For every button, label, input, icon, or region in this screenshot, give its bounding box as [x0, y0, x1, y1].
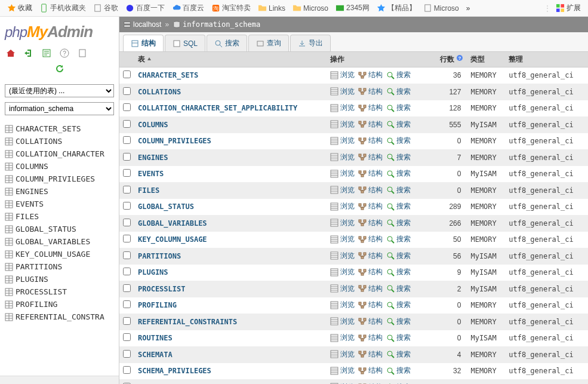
extensions-button[interactable]: 扩展	[553, 3, 583, 13]
browse-action[interactable]: 浏览	[330, 365, 355, 376]
table-name-link[interactable]: FILES	[138, 186, 159, 195]
row-checkbox[interactable]	[123, 153, 131, 161]
tab-query[interactable]: 查询	[248, 35, 289, 51]
tab-structure[interactable]: 结构	[123, 35, 164, 51]
structure-action[interactable]: 结构	[358, 251, 383, 261]
tree-table-item[interactable]: COLLATIONS	[0, 135, 119, 148]
search-action[interactable]: 搜索	[386, 168, 411, 179]
browse-action[interactable]: 浏览	[330, 267, 355, 277]
col-collation[interactable]: 整理	[505, 52, 588, 67]
structure-action[interactable]: 结构	[358, 300, 383, 310]
col-table[interactable]: 表	[134, 52, 327, 67]
browse-action[interactable]: 浏览	[330, 152, 355, 162]
search-action[interactable]: 搜索	[386, 365, 411, 376]
row-checkbox[interactable]	[123, 70, 131, 78]
row-checkbox[interactable]	[123, 186, 131, 193]
table-name-link[interactable]: GLOBAL_STATUS	[138, 202, 194, 211]
row-checkbox[interactable]	[123, 87, 131, 95]
col-rows[interactable]: 行数 ?	[432, 52, 467, 67]
browse-action[interactable]: 浏览	[330, 87, 355, 97]
structure-action[interactable]: 结构	[358, 87, 383, 97]
row-checkbox[interactable]	[123, 103, 131, 111]
browse-action[interactable]: 浏览	[330, 300, 355, 310]
table-name-link[interactable]: ENGINES	[138, 153, 168, 162]
search-action[interactable]: 搜索	[386, 103, 411, 113]
search-action[interactable]: 搜索	[386, 234, 411, 244]
structure-action[interactable]: 结构	[358, 103, 383, 113]
row-checkbox[interactable]	[123, 300, 131, 308]
browse-action[interactable]: 浏览	[330, 234, 355, 244]
table-name-link[interactable]: PROCESSLIST	[138, 285, 185, 293]
tree-table-item[interactable]: EVENTS	[0, 198, 119, 210]
tree-table-item[interactable]: GLOBAL_VARIABLES	[0, 235, 119, 248]
docs-icon[interactable]	[78, 48, 87, 58]
structure-action[interactable]: 结构	[358, 349, 383, 360]
browse-action[interactable]: 浏览	[330, 103, 355, 113]
row-checkbox[interactable]	[123, 366, 131, 374]
tree-table-item[interactable]: PROFILING	[0, 298, 119, 311]
search-action[interactable]: 搜索	[386, 87, 411, 97]
reload-icon[interactable]	[55, 64, 64, 73]
structure-action[interactable]: 结构	[358, 284, 383, 294]
structure-action[interactable]: 结构	[358, 136, 383, 146]
search-action[interactable]: 搜索	[386, 267, 411, 277]
bookmark-item[interactable]: 谷歌	[91, 3, 121, 13]
search-action[interactable]: 搜索	[386, 382, 411, 385]
structure-action[interactable]: 结构	[358, 168, 383, 179]
row-checkbox[interactable]	[123, 251, 131, 259]
tree-table-item[interactable]: PARTITIONS	[0, 260, 119, 273]
bookmark-item[interactable]: 2345网	[333, 3, 372, 13]
tab-sql[interactable]: SQL	[165, 35, 205, 51]
bookmark-item[interactable]: 百度云	[170, 3, 207, 13]
structure-action[interactable]: 结构	[358, 152, 383, 162]
table-name-link[interactable]: PARTITIONS	[138, 252, 181, 260]
structure-action[interactable]: 结构	[358, 201, 383, 211]
table-name-link[interactable]: SCHEMATA	[138, 351, 173, 359]
table-name-link[interactable]: REFERENTIAL_CONSTRAINTS	[138, 318, 237, 326]
structure-action[interactable]: 结构	[358, 218, 383, 228]
browse-action[interactable]: 浏览	[330, 119, 355, 130]
search-action[interactable]: 搜索	[386, 300, 411, 310]
search-action[interactable]: 搜索	[386, 317, 411, 327]
browse-action[interactable]: 浏览	[330, 284, 355, 294]
search-action[interactable]: 搜索	[386, 152, 411, 162]
tab-export[interactable]: 导出	[290, 35, 331, 51]
logout-icon[interactable]	[24, 48, 33, 58]
query-icon[interactable]	[42, 48, 51, 58]
browse-action[interactable]: 浏览	[330, 70, 355, 80]
browse-action[interactable]: 浏览	[330, 317, 355, 327]
search-action[interactable]: 搜索	[386, 70, 411, 80]
tree-table-item[interactable]: GLOBAL_STATUS	[0, 223, 119, 235]
breadcrumb-database[interactable]: information_schema	[173, 20, 260, 29]
structure-action[interactable]: 结构	[358, 365, 383, 376]
logo[interactable]: phpMyAdmin	[0, 17, 119, 45]
search-action[interactable]: 搜索	[386, 251, 411, 261]
tree-table-item[interactable]: REFERENTIAL_CONSTRA	[0, 311, 119, 323]
tree-table-item[interactable]: FILES	[0, 210, 119, 223]
row-checkbox[interactable]	[123, 235, 131, 242]
tree-table-item[interactable]: COLLATION_CHARACTER	[0, 148, 119, 160]
search-action[interactable]: 搜索	[386, 284, 411, 294]
tree-table-item[interactable]: ENGINES	[0, 185, 119, 198]
help-icon[interactable]: ?	[60, 48, 69, 58]
bookmark-item[interactable]: 收藏	[5, 3, 35, 13]
table-name-link[interactable]: GLOBAL_VARIABLES	[138, 219, 207, 228]
table-name-link[interactable]: ROUTINES	[138, 334, 173, 342]
row-checkbox[interactable]	[123, 219, 131, 226]
structure-action[interactable]: 结构	[358, 70, 383, 80]
row-checkbox[interactable]	[123, 333, 131, 341]
browse-action[interactable]: 浏览	[330, 201, 355, 211]
structure-action[interactable]: 结构	[358, 234, 383, 244]
table-name-link[interactable]: COLUMNS	[138, 121, 168, 129]
row-checkbox[interactable]	[123, 202, 131, 210]
structure-action[interactable]: 结构	[358, 382, 383, 385]
search-action[interactable]: 搜索	[386, 349, 411, 360]
browse-action[interactable]: 浏览	[330, 168, 355, 179]
bookmark-overflow[interactable]: »	[464, 4, 473, 13]
search-action[interactable]: 搜索	[386, 136, 411, 146]
table-name-link[interactable]: EVENTS	[138, 170, 164, 178]
table-name-link[interactable]: CHARACTER_SETS	[138, 71, 198, 79]
database-select[interactable]: information_schema	[5, 102, 114, 115]
tree-table-item[interactable]: PROCESSLIST	[0, 285, 119, 298]
browse-action[interactable]: 浏览	[330, 251, 355, 261]
